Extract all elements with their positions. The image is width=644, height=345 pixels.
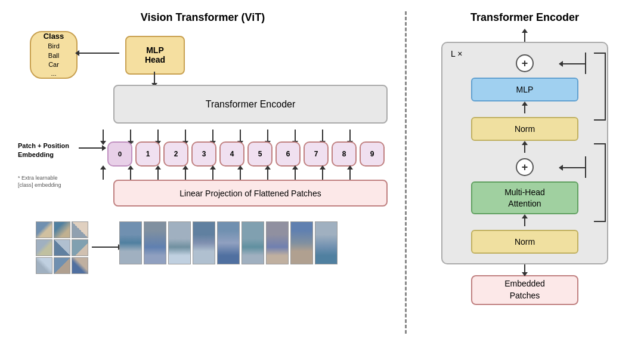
up-arrow-9 (349, 169, 351, 180)
plus-top-symbol: + (522, 57, 528, 70)
embed-8: 8 (332, 141, 357, 167)
encoder-box: L × + MLP (441, 42, 608, 264)
plus-bottom-symbol: + (522, 161, 528, 174)
plus-bottom-row: + (454, 156, 595, 178)
patch-embedding-label: Patch + PositionEmbedding (18, 141, 80, 160)
flat-patch-5 (242, 221, 264, 264)
section-divider (405, 11, 407, 334)
embed-5-label: 5 (258, 150, 262, 158)
embed-star: * (131, 140, 134, 147)
class-label: Class (44, 31, 64, 42)
patch-cell-0 (36, 221, 52, 238)
patch-cell-1 (54, 221, 70, 238)
embed-7-label: 7 (314, 150, 318, 158)
norm-bottom-box: Norm (471, 230, 578, 254)
embed-0-label: 0 (118, 150, 122, 158)
embed-2-label: 2 (174, 150, 178, 158)
arrow-head (75, 50, 79, 56)
up-arrow-8 (322, 169, 323, 180)
patch-cell-4 (54, 239, 70, 256)
embedded-patches-label: Embedded Patches (504, 278, 545, 301)
embed-4: 4 (219, 141, 244, 167)
embed-3: 3 (191, 141, 216, 167)
embed-9-label: 9 (370, 150, 374, 158)
norm-top-label: Norm (515, 124, 535, 134)
embed-3-label: 3 (202, 150, 206, 158)
down-arrow-0 (103, 130, 104, 141)
outer-skip-bottom-h-top (594, 143, 606, 144)
grid-to-flat-arrow (92, 247, 119, 248)
down-arrows-row (89, 130, 364, 140)
down-arrow-4 (212, 130, 213, 141)
embed-6-label: 6 (286, 150, 290, 158)
main-container: Vision Transformer (ViT) Class Bird Ball… (6, 5, 638, 340)
source-patches-grid (36, 221, 88, 274)
embed-5: 5 (247, 141, 273, 167)
embedded-patches-box: Embedded Patches (471, 275, 578, 305)
linear-proj-box: Linear Projection of Flattened Patches (113, 180, 388, 207)
class-dots: ... (51, 69, 56, 78)
flat-patch-2 (168, 221, 191, 264)
patch-cell-2 (72, 221, 88, 238)
encoder-down-head (522, 272, 528, 276)
flat-patch-7 (290, 221, 313, 264)
patch-cell-5 (72, 239, 88, 256)
plus-top-row: + (454, 53, 595, 74)
flat-patch-3 (193, 221, 215, 264)
embedding-row: Patch + PositionEmbedding * Extra learna… (18, 141, 388, 167)
class-box: Class Bird Ball Car ... (30, 31, 78, 79)
embedding-tokens: 0 * 1 2 3 4 5 6 7 8 9 (107, 141, 385, 167)
mlp-component-box: MLP (471, 78, 578, 101)
up-arrows-row (89, 169, 364, 178)
encoder-row: Transformer Encoder (18, 85, 388, 127)
multihead-box: Multi-Head Attention (471, 181, 578, 214)
top-row: Class Bird Ball Car ... MLP Head (18, 31, 388, 79)
down-arrow-3 (185, 130, 186, 141)
encoder-up-arrow-3 (524, 218, 525, 226)
skip-arrow-head-bottom (559, 165, 563, 171)
up-arrow-4 (212, 169, 213, 180)
embed-0: 0 * (107, 141, 132, 167)
encoder-top-out-arrow (524, 32, 525, 42)
up-arrow-6 (267, 169, 268, 180)
encoder-up-arrow-1 (524, 105, 525, 113)
outer-skip-bottom-h-bottom (594, 221, 606, 222)
up-arrow-5 (240, 169, 241, 180)
embed-1: 1 (135, 141, 160, 167)
mlp-class-arrow (79, 53, 119, 54)
embed-6: 6 (275, 141, 301, 167)
embed-1-label: 1 (146, 150, 150, 158)
vit-section: Vision Transformer (ViT) Class Bird Ball… (18, 11, 388, 275)
norm-bottom-label: Norm (515, 237, 535, 247)
encoder-bottom-arrow (524, 264, 525, 273)
skip-arrow-head-top (559, 61, 563, 67)
patch-cell-8 (72, 257, 88, 274)
down-arrow-7 (295, 130, 296, 141)
embed-2: 2 (163, 141, 188, 167)
patch-arrow-head (102, 145, 106, 151)
up-arrow-1 (130, 169, 131, 180)
embed-7: 7 (304, 141, 329, 167)
spacer (18, 85, 66, 127)
down-arrow-1 (130, 130, 131, 141)
down-arrow-9 (349, 130, 351, 141)
plus-top: + (516, 54, 534, 72)
multihead-label: Multi-Head Attention (504, 187, 545, 208)
outer-skip-top-h-bottom (594, 119, 606, 121)
linear-proj-label: Linear Projection of Flattened Patches (179, 189, 321, 198)
mlp-head-label: MLP Head (145, 45, 165, 64)
class-ball: Ball (48, 51, 59, 60)
outer-skip-top-h-top (594, 53, 606, 54)
image-patches-section (18, 218, 388, 275)
down-arrow-5 (240, 130, 241, 141)
skip-h-bottom (562, 167, 586, 168)
encoder-section: Transformer Encoder L × + (423, 11, 626, 305)
vit-title: Vision Transformer (ViT) (141, 11, 265, 24)
plus-bottom: + (516, 158, 534, 176)
patch-embedding-label-container: Patch + PositionEmbedding * Extra learna… (18, 141, 80, 189)
flat-patch-1 (144, 221, 166, 264)
mlp-label: MLP (516, 85, 534, 94)
encoder-inner: + MLP Norm (454, 53, 595, 254)
patch-cell-3 (36, 239, 52, 256)
class-bird: Bird (48, 42, 60, 51)
